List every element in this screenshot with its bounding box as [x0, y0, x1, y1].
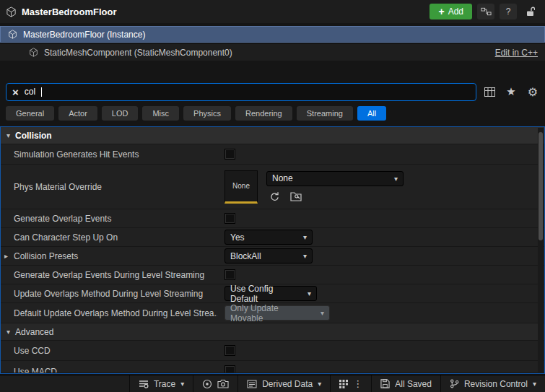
phys-material-value: None: [272, 173, 293, 183]
plus-icon: +: [438, 6, 444, 17]
page-title: MasterBedroomFloor: [22, 6, 116, 17]
derived-data-label: Derived Data: [262, 379, 313, 389]
lock-icon[interactable]: [522, 4, 539, 19]
actor-instance-icon: [8, 30, 17, 39]
row-phys-material-override: Phys Material Override None None ▾: [1, 165, 544, 209]
favorites-icon[interactable]: ★: [505, 85, 518, 98]
search-input[interactable]: × col: [6, 83, 476, 101]
grid-cells-icon[interactable]: [339, 380, 348, 388]
update-overlaps-value: Use Config Default: [230, 284, 300, 304]
details-panel: ▾ Collision Simulation Generates Hit Eve…: [0, 126, 545, 374]
tab-rendering[interactable]: Rendering: [235, 106, 292, 121]
derived-data-icon: [247, 380, 257, 388]
asset-thumbnail[interactable]: None: [224, 170, 258, 204]
tab-lod[interactable]: LOD: [102, 106, 139, 121]
property-label: Use CCD: [1, 346, 217, 356]
derived-data-menu[interactable]: Derived Data ▾: [237, 375, 330, 392]
row-use-macd: Use MACD: [1, 361, 544, 373]
tab-general[interactable]: General: [6, 106, 54, 121]
instance-row[interactable]: MasterBedroomFloor (Instance): [0, 26, 545, 43]
camera-icon[interactable]: [217, 379, 229, 388]
vertical-ellipsis-icon[interactable]: ⋮: [353, 378, 362, 389]
section-collision[interactable]: ▾ Collision: [1, 127, 544, 144]
search-bar: × col ★ ⚙: [0, 82, 545, 101]
search-value: col: [25, 87, 35, 97]
scrollbar-thumb[interactable]: [539, 132, 543, 240]
component-row[interactable]: StaticMeshComponent (StaticMeshComponent…: [0, 44, 545, 61]
clear-search-icon[interactable]: ×: [12, 87, 19, 97]
asset-thumbnail-label: None: [232, 182, 250, 190]
blueprint-icon[interactable]: [477, 4, 494, 19]
row-generate-overlap-events: Generate Overlap Events: [1, 209, 544, 228]
phys-material-dropdown[interactable]: None ▾: [266, 171, 404, 186]
target-icon[interactable]: [202, 379, 212, 389]
save-icon: [380, 379, 390, 388]
section-collision-label: Collision: [15, 131, 52, 141]
scrollbar-track[interactable]: [538, 128, 544, 374]
property-label: Collision Presets: [1, 251, 217, 261]
trace-label: Trace: [154, 379, 175, 389]
row-default-update-overlaps-method: Default Update Overlaps Method During Le…: [1, 303, 544, 323]
chevron-down-icon: ▾: [321, 309, 324, 317]
property-label: Generate Overlap Events: [1, 214, 217, 224]
tab-all[interactable]: All: [357, 106, 386, 121]
overlap-events-checkbox[interactable]: [224, 213, 235, 224]
edit-in-cpp-link[interactable]: Edit in C++: [495, 48, 538, 58]
branch-icon: [450, 379, 459, 388]
property-label: Simulation Generates Hit Events: [1, 149, 217, 160]
section-advanced[interactable]: ▾ Advanced: [1, 323, 544, 341]
property-label: Update Overlaps Method During Level Stre…: [1, 289, 217, 299]
asset-actions: [266, 191, 404, 202]
default-update-overlaps-dropdown: Only Update Movable ▾: [224, 305, 330, 321]
row-simulation-generates-hit-events: Simulation Generates Hit Events: [1, 144, 544, 165]
use-ccd-checkbox[interactable]: [224, 345, 235, 356]
memory-tools: ⋮: [330, 375, 371, 392]
step-up-dropdown[interactable]: Yes ▾: [224, 230, 313, 245]
streaming-overlap-checkbox[interactable]: [224, 269, 235, 280]
static-mesh-component-icon: [29, 48, 38, 57]
tab-physics[interactable]: Physics: [183, 106, 231, 121]
component-row-label: StaticMeshComponent (StaticMeshComponent…: [44, 48, 232, 58]
chevron-down-icon: ▾: [303, 233, 307, 241]
instance-row-label: MasterBedroomFloor (Instance): [23, 30, 145, 40]
collision-presets-dropdown[interactable]: BlockAll ▾: [224, 248, 313, 263]
chevron-down-icon: ▾: [180, 380, 184, 388]
revision-control-label: Revision Control: [464, 379, 528, 389]
filter-tabs: General Actor LOD Misc Physics Rendering…: [0, 106, 545, 121]
section-advanced-label: Advanced: [15, 327, 53, 337]
property-label: Generate Overlap Events During Level Str…: [1, 270, 217, 280]
details-window: MasterBedroomFloor + Add ? MasterBedroom…: [0, 0, 545, 392]
collapse-arrow-icon: ▾: [6, 131, 10, 139]
save-status[interactable]: All Saved: [371, 375, 440, 392]
tab-actor[interactable]: Actor: [58, 106, 97, 121]
chevron-down-icon: ▾: [533, 380, 536, 388]
search-options: ★ ⚙: [483, 85, 539, 98]
row-overlap-events-during-streaming: Generate Overlap Events During Level Str…: [1, 266, 544, 284]
property-label: Default Update Overlaps Method During Le…: [1, 308, 217, 318]
tab-streaming[interactable]: Streaming: [297, 106, 353, 121]
use-macd-checkbox[interactable]: [224, 365, 235, 373]
display-grid-icon[interactable]: [483, 85, 496, 98]
row-use-ccd: Use CCD: [1, 341, 544, 361]
expand-arrow-icon[interactable]: ▸: [4, 252, 8, 260]
collision-presets-value: BlockAll: [230, 251, 261, 261]
row-can-character-step-up-on: Can Character Step Up On Yes ▾: [1, 228, 544, 247]
property-label: Use MACD: [1, 361, 217, 373]
tab-misc[interactable]: Misc: [142, 106, 179, 121]
chevron-down-icon: ▾: [318, 380, 321, 388]
browse-to-asset-icon[interactable]: [290, 191, 302, 201]
trace-menu[interactable]: Trace ▾: [129, 375, 193, 392]
add-button-label: Add: [448, 6, 463, 17]
use-selected-asset-icon[interactable]: [269, 191, 280, 202]
help-icon[interactable]: ?: [500, 4, 517, 19]
hit-events-checkbox[interactable]: [224, 149, 235, 160]
capture-tools: [193, 375, 237, 392]
collapse-arrow-icon: ▾: [6, 328, 10, 336]
chevron-down-icon: ▾: [308, 289, 311, 297]
add-button[interactable]: + Add: [430, 4, 472, 19]
chevron-down-icon: ▾: [394, 175, 398, 183]
update-overlaps-dropdown[interactable]: Use Config Default ▾: [224, 286, 317, 301]
settings-gear-icon[interactable]: ⚙: [526, 85, 539, 98]
status-bar: Trace ▾ Derived Data ▾ ⋮: [0, 375, 545, 392]
revision-control-menu[interactable]: Revision Control ▾: [440, 375, 545, 392]
